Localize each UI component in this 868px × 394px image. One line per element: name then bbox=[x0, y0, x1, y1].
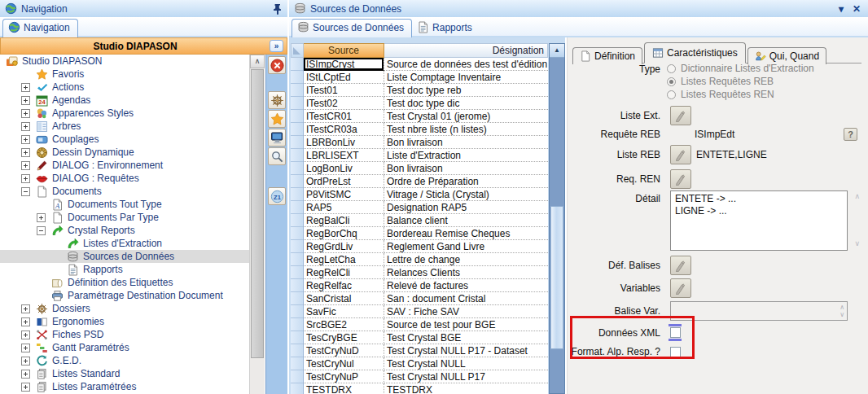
cell-source[interactable]: TESTDRX bbox=[304, 383, 384, 394]
req-ren-picker-button[interactable] bbox=[670, 169, 691, 189]
column-header-designation[interactable]: Désignation bbox=[384, 43, 548, 58]
expand-plus-icon[interactable] bbox=[21, 383, 30, 392]
favorites-button[interactable] bbox=[268, 110, 286, 128]
cell-designation[interactable]: Liste d'Extraction bbox=[384, 149, 548, 162]
cell-source[interactable]: TestCryNul bbox=[304, 357, 384, 370]
cell-source[interactable]: RegRelCli bbox=[304, 266, 384, 279]
row-selector[interactable] bbox=[291, 162, 304, 175]
tab-sources-de-donn-es[interactable]: Sources de Données bbox=[292, 19, 412, 37]
expand-plus-icon[interactable] bbox=[21, 357, 30, 366]
cell-source[interactable]: IStLCptEd bbox=[304, 71, 384, 84]
cell-designation[interactable]: Relevé de factures bbox=[384, 279, 548, 292]
row-selector[interactable] bbox=[291, 279, 304, 292]
tab-rapports[interactable]: Rapports bbox=[412, 20, 480, 36]
tree-scrollbar-thumb[interactable] bbox=[251, 69, 264, 358]
tree-item-dialog-environnement[interactable]: DIALOG : Environnement bbox=[0, 159, 249, 172]
expand-plus-icon[interactable] bbox=[21, 317, 30, 326]
cell-source[interactable]: SanCristal bbox=[304, 292, 384, 305]
cell-source[interactable]: ITest02 bbox=[304, 97, 384, 110]
tree-item-agendas[interactable]: 24Agendas bbox=[0, 94, 249, 107]
expand-plus-icon[interactable] bbox=[21, 96, 30, 105]
cell-source[interactable]: TestCryNuD bbox=[304, 344, 384, 357]
row-selector[interactable] bbox=[291, 253, 304, 266]
row-selector[interactable] bbox=[291, 318, 304, 331]
cell-designation[interactable]: Relances Clients bbox=[384, 266, 548, 279]
cell-designation[interactable]: Ordre de Préparation bbox=[384, 175, 548, 188]
cell-source[interactable]: ITestCR01 bbox=[304, 110, 384, 123]
row-selector[interactable] bbox=[291, 71, 304, 84]
tree-item-arbres[interactable]: Arbres bbox=[0, 120, 249, 133]
row-selector[interactable] bbox=[291, 292, 304, 305]
tree-scrollbar[interactable]: ∧ bbox=[249, 55, 265, 394]
def-balises-picker-button[interactable] bbox=[670, 256, 691, 275]
close-navigator-button[interactable] bbox=[268, 56, 286, 74]
collapse-panel-icon[interactable]: ▾ bbox=[836, 3, 846, 15]
table-scrollbar[interactable]: ▲ bbox=[549, 43, 565, 394]
tree-item-rapports[interactable]: Rapports bbox=[0, 263, 249, 276]
cell-designation[interactable]: Reglement Gand Livre bbox=[384, 240, 548, 253]
row-selector[interactable] bbox=[291, 240, 304, 253]
row-selector[interactable] bbox=[291, 370, 304, 383]
tree-item-documents-par-type[interactable]: Documents Par Type bbox=[0, 211, 249, 224]
detail-tab-d-finition[interactable]: Définition bbox=[572, 47, 642, 64]
tree-item-listes-param-tr-es[interactable]: Listes Paramétrées bbox=[0, 380, 249, 393]
cell-designation[interactable]: Test Crystal BGE bbox=[384, 331, 548, 344]
row-selector[interactable] bbox=[291, 188, 304, 201]
liste-ext-picker-button[interactable] bbox=[670, 106, 691, 125]
cell-source[interactable]: P8VitSMC bbox=[304, 188, 384, 201]
tree-item-favoris[interactable]: Favoris bbox=[0, 68, 249, 81]
expand-plus-icon[interactable] bbox=[21, 304, 30, 313]
row-selector[interactable] bbox=[291, 136, 304, 149]
cell-designation[interactable]: Lettre de change bbox=[384, 253, 548, 266]
column-header-source[interactable]: Source bbox=[304, 43, 384, 58]
expand-plus-icon[interactable] bbox=[21, 135, 30, 144]
expand-plus-icon[interactable] bbox=[21, 83, 30, 92]
cell-designation[interactable]: Test doc type dic bbox=[384, 97, 548, 110]
tree-item-listes-standard[interactable]: Listes Standard bbox=[0, 367, 249, 380]
row-selector[interactable] bbox=[291, 58, 304, 71]
cell-source[interactable]: ISImpCryst bbox=[304, 58, 384, 71]
close-panel-icon[interactable]: ✕ bbox=[850, 3, 863, 15]
cell-source[interactable]: ITest01 bbox=[304, 84, 384, 97]
tree-item-fiches-psd[interactable]: Fiches PSD bbox=[0, 328, 249, 341]
row-selector[interactable] bbox=[291, 175, 304, 188]
z1-button[interactable]: Z1 bbox=[268, 187, 286, 205]
cell-source[interactable]: LogBonLiv bbox=[304, 162, 384, 175]
cell-source[interactable]: OrdPreLst bbox=[304, 175, 384, 188]
cell-designation[interactable]: TESTDRX bbox=[384, 383, 548, 394]
collapse-minus-icon[interactable] bbox=[37, 226, 46, 235]
cell-designation[interactable]: Balance client bbox=[384, 214, 548, 227]
detail-scroll-down-icon[interactable]: ∨ bbox=[854, 240, 860, 247]
row-selector[interactable] bbox=[291, 383, 304, 394]
row-selector[interactable] bbox=[291, 266, 304, 279]
cell-source[interactable]: ITestCR03a bbox=[304, 123, 384, 136]
cell-source[interactable]: TesCryBGE bbox=[304, 331, 384, 344]
row-selector[interactable] bbox=[291, 331, 304, 344]
expand-plus-icon[interactable] bbox=[21, 122, 30, 131]
cell-source[interactable]: RAP5 bbox=[304, 201, 384, 214]
detail-tab-qui-quand[interactable]: Qui, Quand bbox=[747, 47, 826, 64]
tree-item-gantt-param-tr-s[interactable]: Gantt Paramétrés bbox=[0, 341, 249, 354]
cell-designation[interactable]: Test Crystal NULL bbox=[384, 357, 548, 370]
row-selector[interactable] bbox=[291, 149, 304, 162]
cell-source[interactable]: RegGrdLiv bbox=[304, 240, 384, 253]
detail-scroll-up-icon[interactable]: ∧ bbox=[854, 193, 860, 200]
cell-source[interactable]: RegBalCli bbox=[304, 214, 384, 227]
monitor-button[interactable] bbox=[268, 129, 286, 147]
row-selector[interactable] bbox=[291, 84, 304, 97]
cell-source[interactable]: TestCryNuP bbox=[304, 370, 384, 383]
table-scroll-up-icon[interactable]: ▲ bbox=[550, 44, 564, 58]
cell-designation[interactable]: Test nbre liste (n listes) bbox=[384, 123, 548, 136]
tree-item-d-finition-des-etiquettes[interactable]: Définition des Etiquettes bbox=[0, 276, 249, 289]
tree-item-couplages[interactable]: Couplages bbox=[0, 133, 249, 146]
collapse-minus-icon[interactable] bbox=[21, 187, 30, 196]
tree-item-sources-de-donn-es[interactable]: Sources de Données bbox=[0, 250, 249, 263]
cell-designation[interactable]: Test Crystal NULL P17 - Dataset bbox=[384, 344, 548, 357]
row-selector[interactable] bbox=[291, 357, 304, 370]
expand-plus-icon[interactable] bbox=[37, 213, 46, 222]
pin-icon[interactable] bbox=[273, 3, 283, 15]
cell-designation[interactable]: Vitrage / Sticla (Crystal) bbox=[384, 188, 548, 201]
tree-item-dessin-dynamique[interactable]: Dessin Dynamique bbox=[0, 146, 249, 159]
tree-item-ergonomies[interactable]: Ergonomies bbox=[0, 315, 249, 328]
cell-source[interactable]: SavFic bbox=[304, 305, 384, 318]
